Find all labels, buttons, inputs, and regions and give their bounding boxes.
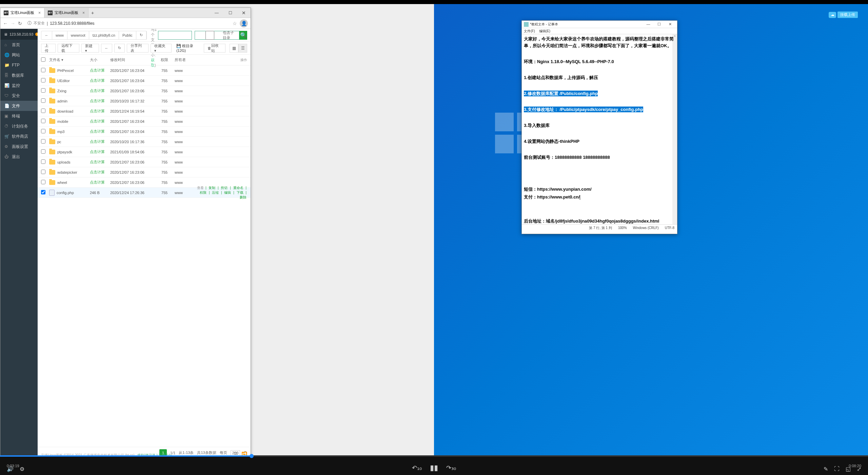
expand-icon[interactable]: ⤢	[857, 466, 861, 472]
row-checkbox[interactable]	[41, 68, 45, 72]
row-checkbox[interactable]	[41, 190, 45, 194]
row-checkbox[interactable]	[41, 180, 45, 184]
crumb-item[interactable]: www	[52, 31, 67, 39]
table-row[interactable]: ptpaysdk点击计算2021/01/09 18:54:06755www	[38, 147, 251, 157]
crumb-refresh-icon[interactable]: ↻	[136, 31, 146, 39]
file-name[interactable]: download	[57, 109, 73, 113]
sidebar-item-11[interactable]: ⏻退出	[0, 152, 38, 162]
profile-icon[interactable]: 👤	[240, 19, 248, 27]
sidebar-item-9[interactable]: 🛒软件商店	[0, 131, 38, 141]
maximize-button[interactable]: ☐	[654, 22, 664, 26]
row-checkbox[interactable]	[41, 78, 45, 82]
file-perm[interactable]: 755	[154, 99, 175, 103]
maximize-button[interactable]: ☐	[223, 8, 237, 18]
fullscreen-icon[interactable]: ⛶	[834, 466, 840, 472]
file-perm[interactable]: 755	[154, 160, 175, 164]
minimize-button[interactable]: —	[643, 22, 653, 26]
col-name[interactable]: 文件名 ▾	[49, 57, 90, 62]
table-row[interactable]: Zxing点击计算2020/12/07 16:23:06755www	[38, 86, 251, 96]
notepad-content[interactable]: 大家好，今天来给大家录这个养牛农场的搭建教程，源码整理之后搭建非常简单，所以今天…	[522, 34, 677, 224]
sidebar-item-6[interactable]: 📄文件	[0, 101, 38, 111]
sidebar-item-10[interactable]: ⚙面板设置	[0, 141, 38, 152]
table-row[interactable]: pc点击计算2020/10/20 16:17:36755www	[38, 137, 251, 147]
pip-icon[interactable]: ◱	[846, 466, 851, 472]
file-size[interactable]: 点击计算	[90, 180, 110, 185]
file-size[interactable]: 点击计算	[90, 119, 110, 124]
row-checkbox[interactable]	[41, 159, 45, 164]
crumb-item[interactable]: tzz.phldty8.cn	[89, 31, 119, 39]
file-perm[interactable]: 755	[154, 191, 175, 195]
file-size[interactable]: 点击计算	[90, 159, 110, 165]
new-tab-button[interactable]: +	[88, 10, 97, 16]
sidebar-item-4[interactable]: 📊监控	[0, 80, 38, 91]
table-row[interactable]: mp3点击计算2020/12/07 16:23:04755www	[38, 127, 251, 137]
select-all-checkbox[interactable]	[41, 57, 45, 62]
file-name[interactable]: PHPexcel	[57, 69, 74, 73]
file-name[interactable]: uploads	[57, 160, 71, 164]
file-size[interactable]: 点击计算	[90, 129, 110, 134]
table-row[interactable]: mobile点击计算2020/12/07 16:23:04755www	[38, 116, 251, 127]
list-view-icon[interactable]: ☰	[238, 44, 247, 53]
upload-widget[interactable]: ☁ 挂载上传	[829, 12, 858, 18]
file-name[interactable]: Zxing	[57, 89, 66, 93]
row-checkbox[interactable]	[41, 170, 45, 174]
file-size[interactable]: 点击计算	[90, 78, 110, 83]
menu-file[interactable]: 文件(F)	[524, 29, 535, 34]
file-name[interactable]: wheel	[57, 180, 67, 185]
close-icon[interactable]: ×	[38, 11, 41, 15]
file-name[interactable]: admin	[57, 99, 67, 103]
file-name[interactable]: ptpaysdk	[57, 150, 72, 154]
file-name[interactable]: mobile	[57, 119, 68, 124]
sidebar-item-5[interactable]: 🛡安全	[0, 91, 38, 101]
file-perm[interactable]: 755	[154, 150, 175, 154]
menu-edit[interactable]: 编辑(E)	[539, 29, 550, 34]
table-row[interactable]: uploads点击计算2020/12/07 16:23:06755www	[38, 157, 251, 167]
file-perm[interactable]: 755	[154, 130, 175, 134]
file-perm[interactable]: 755	[154, 69, 175, 73]
close-button[interactable]: ✕	[237, 8, 251, 18]
row-checkbox[interactable]	[41, 129, 45, 133]
close-icon[interactable]: ×	[82, 11, 85, 15]
file-name[interactable]: config.php	[57, 191, 74, 195]
col-mtime[interactable]: 修改时间	[110, 57, 154, 62]
file-size[interactable]: 点击计算	[90, 98, 110, 103]
col-perm[interactable]: 权限	[154, 57, 175, 62]
file-name[interactable]: pc	[57, 140, 61, 144]
play-pause-icon[interactable]: ▮▮	[430, 463, 438, 472]
skip-fwd-icon[interactable]: ↷₃₀	[446, 464, 456, 472]
col-size[interactable]: 大小	[90, 57, 110, 62]
file-size[interactable]: 点击计算	[90, 170, 110, 175]
file-size[interactable]: 点击计算	[90, 109, 110, 114]
crumb-item[interactable]: wwwroot	[67, 31, 89, 39]
file-perm[interactable]: 755	[154, 180, 175, 185]
sidebar-item-1[interactable]: 🌐网站	[0, 50, 38, 60]
url-field[interactable]: ⓘ 不安全 | 123.58.210.93:8888/files	[25, 19, 230, 27]
table-row[interactable]: admin点击计算2020/10/20 16:17:32755www	[38, 96, 251, 106]
file-perm[interactable]: 755	[154, 170, 175, 174]
file-size[interactable]: 点击计算	[90, 139, 110, 144]
row-checkbox[interactable]	[41, 139, 45, 144]
file-perm[interactable]: 755	[154, 119, 175, 124]
pencil-icon[interactable]: ✎	[824, 466, 828, 472]
include-subdir-checkbox[interactable]: 包含子目录	[195, 31, 239, 40]
nav-reload-icon[interactable]: ↻	[18, 21, 22, 26]
table-row[interactable]: PHPexcel点击计算2020/12/07 16:23:04755www	[38, 65, 251, 76]
file-perm[interactable]: 755	[154, 89, 175, 93]
search-input[interactable]	[158, 31, 192, 40]
back-button[interactable]: ←	[101, 44, 112, 53]
close-button[interactable]: ✕	[665, 22, 675, 26]
row-checkbox[interactable]	[41, 109, 45, 113]
browser-tab-1[interactable]: BT 宝塔Linux面板 ×	[0, 8, 44, 18]
file-size[interactable]: 点击计算	[90, 68, 110, 73]
new-button[interactable]: 新建 ▾	[81, 44, 99, 53]
row-checkbox[interactable]	[41, 149, 45, 154]
bookmark-icon[interactable]: ☆	[233, 21, 237, 26]
remote-download-button[interactable]: 远程下载	[58, 44, 79, 53]
file-name[interactable]: wdatepicker	[57, 170, 77, 174]
skip-back-icon[interactable]: ↶₁₀	[412, 464, 422, 472]
crumb-item[interactable]: Public	[119, 31, 136, 39]
refresh-button[interactable]: ↻	[114, 44, 125, 53]
volume-icon[interactable]: 🔊	[7, 466, 14, 472]
grid-view-icon[interactable]: ▦	[230, 44, 238, 53]
favorites-button[interactable]: 收藏夹 ▾	[151, 44, 172, 53]
